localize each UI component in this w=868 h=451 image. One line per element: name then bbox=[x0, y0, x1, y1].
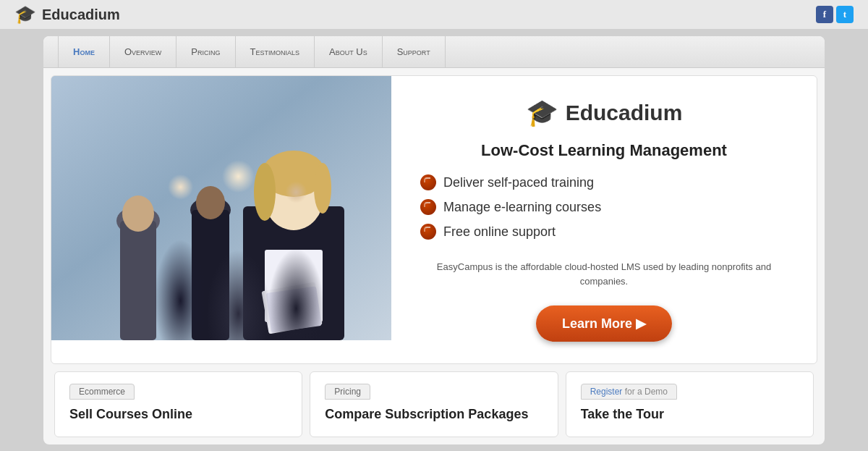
top-bar: 🎓 Educadium f t bbox=[0, 0, 868, 29]
svg-point-12 bbox=[314, 163, 331, 214]
nav-item-overview[interactable]: Overview bbox=[110, 36, 176, 68]
svg-rect-2 bbox=[120, 221, 156, 340]
svg-rect-0 bbox=[51, 76, 391, 340]
nav-item-testimonials[interactable]: Testimonials bbox=[236, 36, 315, 68]
hero-title: Low-Cost Learning Management bbox=[481, 141, 727, 160]
social-icons: f t bbox=[816, 6, 854, 23]
bottom-cards: Ecommerce Sell Courses Online Pricing Co… bbox=[51, 371, 817, 437]
svg-rect-14 bbox=[266, 286, 322, 332]
card-ecommerce: Ecommerce Sell Courses Online bbox=[54, 371, 302, 437]
svg-point-3 bbox=[122, 195, 154, 232]
svg-rect-5 bbox=[192, 210, 229, 340]
feature-text-2: Manage e-learning courses bbox=[443, 200, 601, 215]
svg-point-4 bbox=[190, 197, 231, 223]
card-title-register: Take the Tour bbox=[581, 407, 799, 422]
feature-item-2: Manage e-learning courses bbox=[420, 199, 788, 215]
bullet-icon-1 bbox=[420, 174, 436, 190]
svg-rect-13 bbox=[261, 282, 322, 334]
card-tag-ecommerce: Ecommerce bbox=[69, 384, 135, 400]
twitter-button[interactable]: t bbox=[836, 6, 854, 23]
feature-text-1: Deliver self-paced training bbox=[443, 175, 594, 190]
feature-list: Deliver self-paced training Manage e-lea… bbox=[420, 174, 788, 248]
nav-item-home[interactable]: Home bbox=[58, 36, 110, 68]
hero-description: EasyCampus is the affordable cloud-hoste… bbox=[420, 260, 788, 288]
main-container: Home Overview Pricing Testimonials About… bbox=[43, 36, 825, 444]
nav-item-support[interactable]: Support bbox=[383, 36, 446, 68]
svg-rect-7 bbox=[243, 206, 344, 340]
logo-text: Educadium bbox=[42, 7, 120, 23]
logo-area: 🎓 Educadium bbox=[14, 4, 120, 25]
card-register: Register for a Demo Take the Tour bbox=[566, 371, 814, 437]
learn-more-button[interactable]: Learn More ▶ bbox=[536, 305, 672, 342]
svg-point-10 bbox=[262, 151, 326, 197]
nav-item-pricing[interactable]: Pricing bbox=[176, 36, 235, 68]
hero-brand-icon: 🎓 bbox=[526, 98, 558, 128]
facebook-button[interactable]: f bbox=[816, 6, 833, 23]
bullet-icon-3 bbox=[420, 224, 436, 240]
feature-text-3: Free online support bbox=[443, 224, 556, 240]
card-title-ecommerce: Sell Courses Online bbox=[69, 407, 287, 422]
svg-rect-8 bbox=[265, 250, 323, 322]
hero-content: 🎓 Educadium Low-Cost Learning Management… bbox=[391, 76, 817, 363]
card-tag-register: Register for a Demo bbox=[581, 384, 677, 400]
svg-point-6 bbox=[196, 186, 225, 219]
hero-section: 🎓 Educadium Low-Cost Learning Management… bbox=[51, 75, 817, 364]
bullet-icon-2 bbox=[420, 199, 436, 215]
svg-point-9 bbox=[263, 161, 324, 230]
svg-point-1 bbox=[116, 206, 160, 235]
feature-item-3: Free online support bbox=[420, 224, 788, 240]
logo-icon: 🎓 bbox=[14, 4, 36, 25]
svg-point-11 bbox=[254, 163, 276, 221]
nav-item-about[interactable]: About Us bbox=[315, 36, 383, 68]
register-suffix: for a Demo bbox=[622, 387, 668, 397]
card-title-pricing: Compare Subscription Packages bbox=[325, 407, 542, 422]
hero-brand-name: Educadium bbox=[566, 101, 683, 125]
register-highlight: Register bbox=[590, 387, 623, 397]
hero-brand: 🎓 Educadium bbox=[526, 98, 683, 128]
feature-item-1: Deliver self-paced training bbox=[420, 174, 788, 190]
nav-bar: Home Overview Pricing Testimonials About… bbox=[43, 36, 825, 68]
hero-image bbox=[51, 76, 391, 340]
card-pricing: Pricing Compare Subscription Packages bbox=[310, 371, 558, 437]
card-tag-pricing: Pricing bbox=[325, 384, 370, 400]
